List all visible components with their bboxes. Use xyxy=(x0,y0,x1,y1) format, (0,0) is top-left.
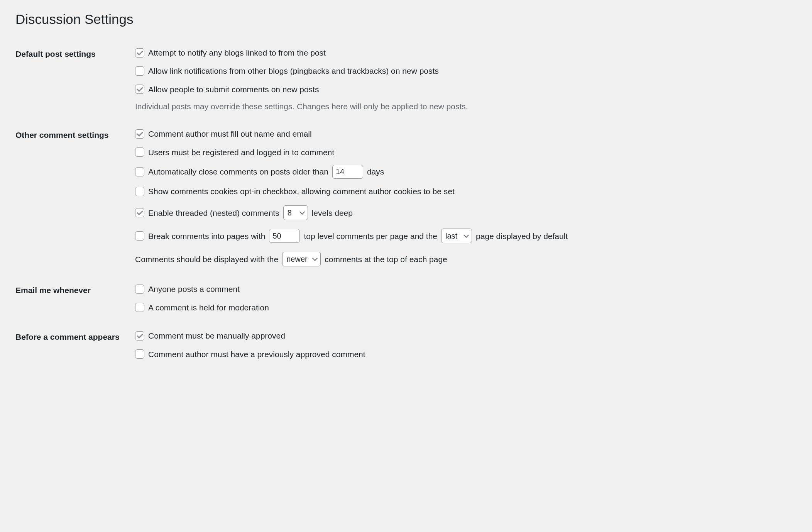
paginate-checkbox[interactable] xyxy=(135,231,144,241)
section-before-appears: Before a comment appears Comment must be… xyxy=(15,322,797,368)
auto-close-label-after: days xyxy=(367,166,384,177)
threaded-depth-select[interactable]: 8 xyxy=(283,205,308,220)
prev-approved-label: Comment author must have a previously ap… xyxy=(148,349,365,360)
option-allow-comments: Allow people to submit comments on new p… xyxy=(135,84,793,95)
notify-linked-checkbox[interactable] xyxy=(135,48,144,58)
manual-approve-checkbox[interactable] xyxy=(135,331,144,341)
notify-linked-label: Attempt to notify any blogs linked to fr… xyxy=(148,47,326,58)
paginate-label2: top level comments per page and the xyxy=(304,230,437,242)
require-name-email-label: Comment author must fill out name and em… xyxy=(148,128,312,139)
paginate-default-page-select[interactable]: last xyxy=(441,229,472,243)
paginate-label1: Break comments into pages with xyxy=(148,230,265,242)
option-auto-close: Automatically close comments on posts ol… xyxy=(135,165,793,179)
allow-pingbacks-checkbox[interactable] xyxy=(135,66,144,76)
manual-approve-label: Comment must be manually approved xyxy=(148,330,285,341)
allow-comments-checkbox[interactable] xyxy=(135,85,144,94)
paginate-per-page-input[interactable] xyxy=(269,229,300,243)
threaded-depth-select-wrap: 8 xyxy=(283,205,308,220)
held-moderation-checkbox[interactable] xyxy=(135,303,144,312)
settings-form-table: Default post settings Attempt to notify … xyxy=(15,39,797,368)
threaded-label-before: Enable threaded (nested) comments xyxy=(148,207,279,219)
section-other-comment: Other comment settings Comment author mu… xyxy=(15,120,797,275)
threaded-checkbox[interactable] xyxy=(135,208,144,217)
comment-order-select-wrap: newer xyxy=(282,252,321,266)
page-title: Discussion Settings xyxy=(15,12,797,27)
option-prev-approved: Comment author must have a previously ap… xyxy=(135,349,793,360)
anyone-posts-checkbox[interactable] xyxy=(135,285,144,294)
section-email-me: Email me whenever Anyone posts a comment… xyxy=(15,275,797,322)
paginate-default-page-select-wrap: last xyxy=(441,229,472,243)
section-heading-before-appears: Before a comment appears xyxy=(15,322,131,368)
option-require-name-email: Comment author must fill out name and em… xyxy=(135,128,793,139)
comment-order-label1: Comments should be displayed with the xyxy=(135,254,278,265)
auto-close-days-input[interactable] xyxy=(332,165,363,179)
anyone-posts-label: Anyone posts a comment xyxy=(148,283,240,295)
section-heading-other-comment: Other comment settings xyxy=(15,120,131,275)
auto-close-label-before: Automatically close comments on posts ol… xyxy=(148,166,328,177)
paginate-label3: page displayed by default xyxy=(476,230,568,242)
option-allow-pingbacks: Allow link notifications from other blog… xyxy=(135,65,793,76)
option-comment-order: Comments should be displayed with the ne… xyxy=(135,252,793,266)
require-registration-checkbox[interactable] xyxy=(135,147,144,157)
require-name-email-checkbox[interactable] xyxy=(135,129,144,139)
auto-close-checkbox[interactable] xyxy=(135,167,144,176)
settings-page: Discussion Settings Default post setting… xyxy=(0,0,812,391)
option-anyone-posts: Anyone posts a comment xyxy=(135,283,793,295)
cookies-optin-checkbox[interactable] xyxy=(135,187,144,196)
default-post-description: Individual posts may override these sett… xyxy=(135,102,793,111)
option-held-moderation: A comment is held for moderation xyxy=(135,302,793,313)
option-notify-linked: Attempt to notify any blogs linked to fr… xyxy=(135,47,793,58)
held-moderation-label: A comment is held for moderation xyxy=(148,302,269,313)
section-default-post: Default post settings Attempt to notify … xyxy=(15,39,797,120)
option-cookies-optin: Show comments cookies opt-in checkbox, a… xyxy=(135,186,793,197)
option-require-registration: Users must be registered and logged in t… xyxy=(135,147,793,158)
comment-order-label2: comments at the top of each page xyxy=(325,254,447,265)
threaded-label-after: levels deep xyxy=(312,207,353,219)
option-manual-approve: Comment must be manually approved xyxy=(135,330,793,341)
allow-pingbacks-label: Allow link notifications from other blog… xyxy=(148,65,439,76)
prev-approved-checkbox[interactable] xyxy=(135,349,144,359)
allow-comments-label: Allow people to submit comments on new p… xyxy=(148,84,319,95)
section-heading-default-post: Default post settings xyxy=(15,39,131,120)
option-paginate: Break comments into pages with top level… xyxy=(135,229,793,243)
comment-order-select[interactable]: newer xyxy=(282,252,321,266)
section-heading-email-me: Email me whenever xyxy=(15,275,131,322)
cookies-optin-label: Show comments cookies opt-in checkbox, a… xyxy=(148,186,455,197)
require-registration-label: Users must be registered and logged in t… xyxy=(148,147,334,158)
option-threaded: Enable threaded (nested) comments 8 leve… xyxy=(135,205,793,220)
